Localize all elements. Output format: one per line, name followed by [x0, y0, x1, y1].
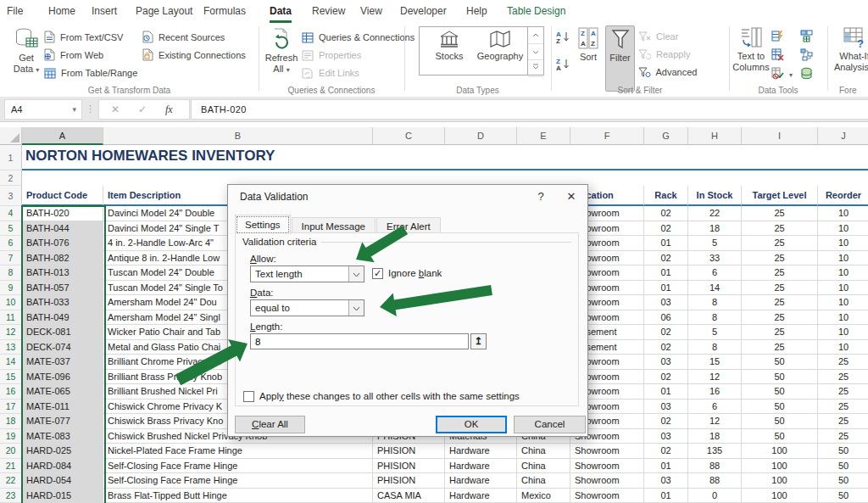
- name-box-dropdown-icon[interactable]: ▾: [72, 100, 76, 119]
- ribbon-tab-help[interactable]: Help: [466, 0, 487, 20]
- row-header-1[interactable]: 1: [0, 145, 22, 170]
- cell-H15[interactable]: 12: [688, 370, 742, 385]
- cell-J18[interactable]: 25: [818, 414, 868, 429]
- cell-E20[interactable]: China: [517, 444, 570, 459]
- column-header-D[interactable]: D: [445, 127, 517, 145]
- properties-button[interactable]: Properties: [302, 48, 361, 63]
- existing-connections-button[interactable]: Existing Connections: [142, 48, 246, 63]
- cell-I12[interactable]: 25: [742, 325, 818, 340]
- get-data-button[interactable]: Get Data ▾: [7, 25, 46, 75]
- cell-J6[interactable]: 10: [818, 236, 868, 251]
- cell-I16[interactable]: 50: [742, 384, 818, 400]
- cell-A16[interactable]: MATE-065: [22, 384, 103, 400]
- sort-za-button[interactable]: ZA: [556, 57, 572, 71]
- cell-H19[interactable]: 18: [688, 429, 742, 444]
- cell-H10[interactable]: 8: [688, 295, 742, 310]
- row-header-18[interactable]: 18: [0, 414, 22, 429]
- header-cell-G3[interactable]: Rack: [644, 186, 688, 206]
- cell-G10[interactable]: 03: [644, 295, 688, 310]
- cell-H12[interactable]: 5: [688, 325, 742, 340]
- cell-G22[interactable]: 03: [644, 473, 688, 489]
- cell-A23[interactable]: HARD-015: [22, 489, 103, 503]
- cell-J15[interactable]: 25: [818, 370, 868, 385]
- cell-H21[interactable]: 88: [688, 459, 742, 474]
- cell-J5[interactable]: 10: [818, 221, 868, 237]
- reapply-filter-button[interactable]: Reapply: [638, 48, 690, 62]
- enter-entry-icon[interactable]: ✓: [138, 100, 147, 119]
- row-header-23[interactable]: 23: [0, 489, 22, 503]
- cell-A8[interactable]: BATH-013: [22, 265, 103, 281]
- formula-input[interactable]: BATH-020: [191, 99, 868, 120]
- cell-A19[interactable]: MATE-083: [22, 429, 103, 444]
- column-header-F[interactable]: F: [570, 127, 644, 145]
- advanced-filter-button[interactable]: Advanced: [638, 65, 697, 80]
- cell-A13[interactable]: DECK-074: [22, 340, 103, 355]
- ribbon-tab-review[interactable]: Review: [312, 0, 345, 20]
- cell-E21[interactable]: China: [517, 459, 570, 474]
- cell-H17[interactable]: 6: [688, 400, 742, 415]
- cell-H8[interactable]: 6: [688, 265, 742, 281]
- row-header-6[interactable]: 6: [0, 236, 22, 251]
- cell-A6[interactable]: BATH-076: [22, 236, 103, 251]
- row-header-14[interactable]: 14: [0, 355, 22, 370]
- row-header-20[interactable]: 20: [0, 444, 22, 459]
- cell-C22[interactable]: PHISION: [373, 473, 445, 489]
- header-cell-I3[interactable]: Target Level: [742, 186, 818, 206]
- cell-G4[interactable]: 02: [644, 206, 688, 221]
- row-header-5[interactable]: 5: [0, 221, 22, 237]
- cell-J9[interactable]: 10: [818, 281, 868, 296]
- cell-G18[interactable]: 02: [644, 414, 688, 429]
- apply-changes-checkbox[interactable]: [243, 391, 254, 402]
- cell-F21[interactable]: Showroom: [570, 459, 644, 474]
- cell-J21[interactable]: 50: [818, 459, 868, 474]
- cell-J7[interactable]: 10: [818, 251, 868, 266]
- cell-B21[interactable]: Self-Closing Face Frame Hinge: [103, 459, 373, 474]
- column-header-A[interactable]: A: [22, 127, 103, 145]
- cell-J20[interactable]: 50: [818, 444, 868, 459]
- row-header-4[interactable]: 4: [0, 206, 22, 221]
- cell-I7[interactable]: 25: [742, 251, 818, 266]
- cell-I17[interactable]: 50: [742, 400, 818, 415]
- cell-H16[interactable]: 16: [688, 384, 742, 400]
- cell-G8[interactable]: 01: [644, 265, 688, 281]
- data-validation-button[interactable]: ▾: [771, 67, 793, 81]
- manage-data-model-button[interactable]: [800, 67, 815, 81]
- cell-J8[interactable]: 10: [818, 265, 868, 281]
- clear-all-button[interactable]: Clear All: [235, 416, 305, 433]
- cell-I13[interactable]: 25: [742, 340, 818, 355]
- cell-H11[interactable]: 8: [688, 310, 742, 326]
- cell-D22[interactable]: Hardware: [445, 473, 517, 489]
- cell-J17[interactable]: 25: [818, 400, 868, 415]
- cell-B23[interactable]: Brass Flat-Tipped Butt Hinge: [103, 489, 373, 503]
- cell-G12[interactable]: 02: [644, 325, 688, 340]
- refresh-all-button[interactable]: Refresh All ▾: [263, 25, 300, 75]
- stocks-button[interactable]: Stocks: [421, 30, 477, 61]
- row-header-22[interactable]: 22: [0, 473, 22, 489]
- gallery-scrollbar[interactable]: [527, 27, 543, 75]
- cell-I11[interactable]: 25: [742, 310, 818, 326]
- help-icon[interactable]: ?: [526, 185, 555, 209]
- row-header-17[interactable]: 17: [0, 400, 22, 415]
- cancel-entry-icon[interactable]: ✕: [111, 100, 120, 119]
- ribbon-tab-home[interactable]: Home: [48, 0, 75, 20]
- cell-H6[interactable]: 5: [688, 236, 742, 251]
- cell-E22[interactable]: China: [517, 473, 570, 489]
- row-header-2[interactable]: 2: [0, 170, 22, 186]
- cell-J12[interactable]: 10: [818, 325, 868, 340]
- ignore-blank-checkbox[interactable]: ✓: [372, 268, 383, 279]
- cell-H5[interactable]: 18: [688, 221, 742, 237]
- cell-A18[interactable]: MATE-077: [22, 414, 103, 429]
- cell-A4[interactable]: BATH-020: [22, 206, 103, 221]
- cell-I15[interactable]: 50: [742, 370, 818, 385]
- cell-I19[interactable]: 50: [742, 429, 818, 444]
- cell-H14[interactable]: 15: [688, 355, 742, 370]
- row-header-13[interactable]: 13: [0, 340, 22, 355]
- cell-I14[interactable]: 50: [742, 355, 818, 370]
- from-text-csv-button[interactable]: From Text/CSV: [44, 31, 123, 45]
- cell-A20[interactable]: HARD-025: [22, 444, 103, 459]
- cell-J13[interactable]: 10: [818, 340, 868, 355]
- ribbon-tab-page-layout[interactable]: Page Layout: [136, 0, 192, 20]
- cell-G21[interactable]: 01: [644, 459, 688, 474]
- cell-A12[interactable]: DECK-081: [22, 325, 103, 340]
- cell-G11[interactable]: 06: [644, 310, 688, 326]
